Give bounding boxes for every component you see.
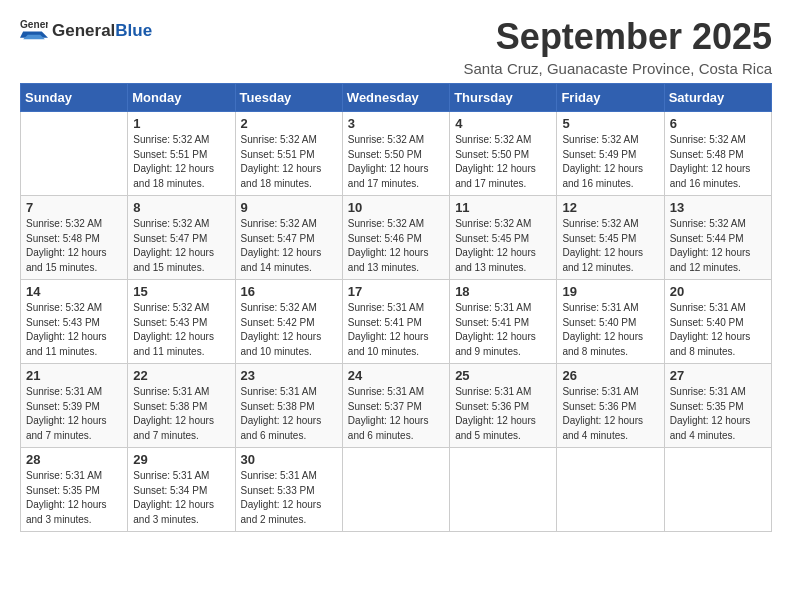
cell-content: Sunrise: 5:32 AM Sunset: 5:46 PM Dayligh… bbox=[348, 217, 444, 275]
calendar-cell: 1Sunrise: 5:32 AM Sunset: 5:51 PM Daylig… bbox=[128, 112, 235, 196]
calendar-cell: 4Sunrise: 5:32 AM Sunset: 5:50 PM Daylig… bbox=[450, 112, 557, 196]
cell-content: Sunrise: 5:31 AM Sunset: 5:40 PM Dayligh… bbox=[562, 301, 658, 359]
calendar-cell bbox=[342, 448, 449, 532]
subtitle: Santa Cruz, Guanacaste Province, Costa R… bbox=[464, 60, 772, 77]
weekday-header-saturday: Saturday bbox=[664, 84, 771, 112]
calendar-table: SundayMondayTuesdayWednesdayThursdayFrid… bbox=[20, 83, 772, 532]
day-number: 21 bbox=[26, 368, 122, 383]
day-number: 26 bbox=[562, 368, 658, 383]
cell-content: Sunrise: 5:32 AM Sunset: 5:49 PM Dayligh… bbox=[562, 133, 658, 191]
cell-content: Sunrise: 5:32 AM Sunset: 5:48 PM Dayligh… bbox=[26, 217, 122, 275]
cell-content: Sunrise: 5:31 AM Sunset: 5:39 PM Dayligh… bbox=[26, 385, 122, 443]
weekday-header-friday: Friday bbox=[557, 84, 664, 112]
day-number: 17 bbox=[348, 284, 444, 299]
cell-content: Sunrise: 5:31 AM Sunset: 5:36 PM Dayligh… bbox=[562, 385, 658, 443]
calendar-cell: 9Sunrise: 5:32 AM Sunset: 5:47 PM Daylig… bbox=[235, 196, 342, 280]
logo: General GeneralBlue bbox=[20, 16, 152, 44]
day-number: 30 bbox=[241, 452, 337, 467]
calendar-cell: 29Sunrise: 5:31 AM Sunset: 5:34 PM Dayli… bbox=[128, 448, 235, 532]
day-number: 14 bbox=[26, 284, 122, 299]
calendar-cell: 10Sunrise: 5:32 AM Sunset: 5:46 PM Dayli… bbox=[342, 196, 449, 280]
calendar-cell: 2Sunrise: 5:32 AM Sunset: 5:51 PM Daylig… bbox=[235, 112, 342, 196]
cell-content: Sunrise: 5:32 AM Sunset: 5:47 PM Dayligh… bbox=[241, 217, 337, 275]
day-number: 23 bbox=[241, 368, 337, 383]
calendar-cell: 23Sunrise: 5:31 AM Sunset: 5:38 PM Dayli… bbox=[235, 364, 342, 448]
calendar-cell bbox=[557, 448, 664, 532]
calendar-cell: 21Sunrise: 5:31 AM Sunset: 5:39 PM Dayli… bbox=[21, 364, 128, 448]
cell-content: Sunrise: 5:32 AM Sunset: 5:48 PM Dayligh… bbox=[670, 133, 766, 191]
calendar-cell: 18Sunrise: 5:31 AM Sunset: 5:41 PM Dayli… bbox=[450, 280, 557, 364]
week-row-3: 14Sunrise: 5:32 AM Sunset: 5:43 PM Dayli… bbox=[21, 280, 772, 364]
day-number: 18 bbox=[455, 284, 551, 299]
weekday-header-tuesday: Tuesday bbox=[235, 84, 342, 112]
calendar-cell bbox=[664, 448, 771, 532]
calendar-cell: 28Sunrise: 5:31 AM Sunset: 5:35 PM Dayli… bbox=[21, 448, 128, 532]
day-number: 27 bbox=[670, 368, 766, 383]
calendar-cell: 8Sunrise: 5:32 AM Sunset: 5:47 PM Daylig… bbox=[128, 196, 235, 280]
week-row-5: 28Sunrise: 5:31 AM Sunset: 5:35 PM Dayli… bbox=[21, 448, 772, 532]
day-number: 22 bbox=[133, 368, 229, 383]
cell-content: Sunrise: 5:31 AM Sunset: 5:38 PM Dayligh… bbox=[133, 385, 229, 443]
calendar-cell: 16Sunrise: 5:32 AM Sunset: 5:42 PM Dayli… bbox=[235, 280, 342, 364]
calendar-cell: 13Sunrise: 5:32 AM Sunset: 5:44 PM Dayli… bbox=[664, 196, 771, 280]
cell-content: Sunrise: 5:31 AM Sunset: 5:41 PM Dayligh… bbox=[348, 301, 444, 359]
logo-general: General bbox=[52, 21, 115, 40]
calendar-cell: 24Sunrise: 5:31 AM Sunset: 5:37 PM Dayli… bbox=[342, 364, 449, 448]
day-number: 10 bbox=[348, 200, 444, 215]
week-row-2: 7Sunrise: 5:32 AM Sunset: 5:48 PM Daylig… bbox=[21, 196, 772, 280]
calendar-cell bbox=[21, 112, 128, 196]
cell-content: Sunrise: 5:32 AM Sunset: 5:51 PM Dayligh… bbox=[241, 133, 337, 191]
calendar-cell: 17Sunrise: 5:31 AM Sunset: 5:41 PM Dayli… bbox=[342, 280, 449, 364]
cell-content: Sunrise: 5:32 AM Sunset: 5:43 PM Dayligh… bbox=[26, 301, 122, 359]
day-number: 4 bbox=[455, 116, 551, 131]
calendar-cell bbox=[450, 448, 557, 532]
day-number: 13 bbox=[670, 200, 766, 215]
calendar-cell: 30Sunrise: 5:31 AM Sunset: 5:33 PM Dayli… bbox=[235, 448, 342, 532]
day-number: 1 bbox=[133, 116, 229, 131]
cell-content: Sunrise: 5:31 AM Sunset: 5:38 PM Dayligh… bbox=[241, 385, 337, 443]
weekday-header-monday: Monday bbox=[128, 84, 235, 112]
day-number: 11 bbox=[455, 200, 551, 215]
cell-content: Sunrise: 5:32 AM Sunset: 5:51 PM Dayligh… bbox=[133, 133, 229, 191]
calendar-cell: 26Sunrise: 5:31 AM Sunset: 5:36 PM Dayli… bbox=[557, 364, 664, 448]
title-area: September 2025 Santa Cruz, Guanacaste Pr… bbox=[464, 16, 772, 77]
calendar-cell: 6Sunrise: 5:32 AM Sunset: 5:48 PM Daylig… bbox=[664, 112, 771, 196]
day-number: 19 bbox=[562, 284, 658, 299]
logo-blue: Blue bbox=[115, 21, 152, 40]
day-number: 12 bbox=[562, 200, 658, 215]
cell-content: Sunrise: 5:32 AM Sunset: 5:50 PM Dayligh… bbox=[348, 133, 444, 191]
cell-content: Sunrise: 5:31 AM Sunset: 5:36 PM Dayligh… bbox=[455, 385, 551, 443]
calendar-cell: 11Sunrise: 5:32 AM Sunset: 5:45 PM Dayli… bbox=[450, 196, 557, 280]
cell-content: Sunrise: 5:32 AM Sunset: 5:43 PM Dayligh… bbox=[133, 301, 229, 359]
cell-content: Sunrise: 5:31 AM Sunset: 5:37 PM Dayligh… bbox=[348, 385, 444, 443]
cell-content: Sunrise: 5:31 AM Sunset: 5:33 PM Dayligh… bbox=[241, 469, 337, 527]
cell-content: Sunrise: 5:32 AM Sunset: 5:47 PM Dayligh… bbox=[133, 217, 229, 275]
cell-content: Sunrise: 5:31 AM Sunset: 5:41 PM Dayligh… bbox=[455, 301, 551, 359]
calendar-cell: 22Sunrise: 5:31 AM Sunset: 5:38 PM Dayli… bbox=[128, 364, 235, 448]
calendar-cell: 12Sunrise: 5:32 AM Sunset: 5:45 PM Dayli… bbox=[557, 196, 664, 280]
logo-icon: General bbox=[20, 16, 48, 44]
calendar-cell: 20Sunrise: 5:31 AM Sunset: 5:40 PM Dayli… bbox=[664, 280, 771, 364]
day-number: 5 bbox=[562, 116, 658, 131]
week-row-4: 21Sunrise: 5:31 AM Sunset: 5:39 PM Dayli… bbox=[21, 364, 772, 448]
calendar-cell: 27Sunrise: 5:31 AM Sunset: 5:35 PM Dayli… bbox=[664, 364, 771, 448]
cell-content: Sunrise: 5:31 AM Sunset: 5:35 PM Dayligh… bbox=[670, 385, 766, 443]
cell-content: Sunrise: 5:31 AM Sunset: 5:40 PM Dayligh… bbox=[670, 301, 766, 359]
header: General GeneralBlue September 2025 Santa… bbox=[20, 16, 772, 77]
day-number: 16 bbox=[241, 284, 337, 299]
weekday-header-row: SundayMondayTuesdayWednesdayThursdayFrid… bbox=[21, 84, 772, 112]
cell-content: Sunrise: 5:32 AM Sunset: 5:50 PM Dayligh… bbox=[455, 133, 551, 191]
calendar-cell: 3Sunrise: 5:32 AM Sunset: 5:50 PM Daylig… bbox=[342, 112, 449, 196]
month-title: September 2025 bbox=[464, 16, 772, 58]
cell-content: Sunrise: 5:32 AM Sunset: 5:42 PM Dayligh… bbox=[241, 301, 337, 359]
day-number: 25 bbox=[455, 368, 551, 383]
calendar-cell: 25Sunrise: 5:31 AM Sunset: 5:36 PM Dayli… bbox=[450, 364, 557, 448]
calendar-cell: 15Sunrise: 5:32 AM Sunset: 5:43 PM Dayli… bbox=[128, 280, 235, 364]
weekday-header-wednesday: Wednesday bbox=[342, 84, 449, 112]
calendar-cell: 5Sunrise: 5:32 AM Sunset: 5:49 PM Daylig… bbox=[557, 112, 664, 196]
cell-content: Sunrise: 5:32 AM Sunset: 5:45 PM Dayligh… bbox=[562, 217, 658, 275]
cell-content: Sunrise: 5:31 AM Sunset: 5:34 PM Dayligh… bbox=[133, 469, 229, 527]
day-number: 29 bbox=[133, 452, 229, 467]
cell-content: Sunrise: 5:32 AM Sunset: 5:45 PM Dayligh… bbox=[455, 217, 551, 275]
day-number: 24 bbox=[348, 368, 444, 383]
